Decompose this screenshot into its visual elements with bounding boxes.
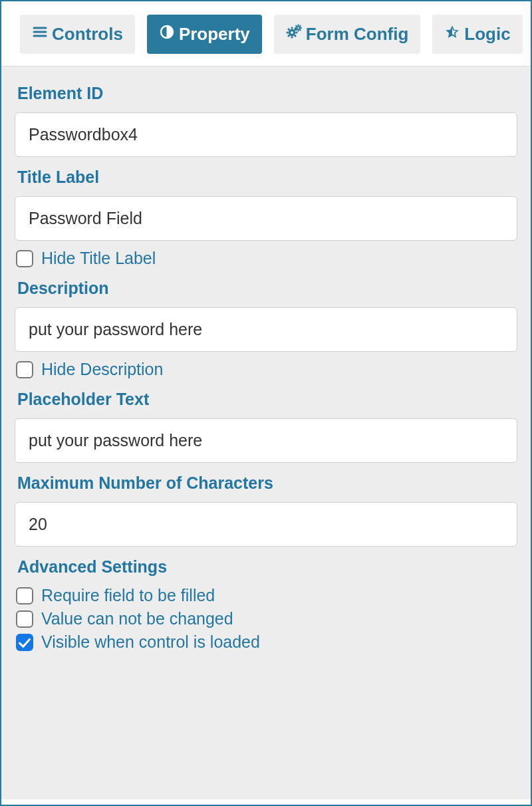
advanced-settings-label: Advanced Settings (17, 557, 515, 577)
svg-rect-7 (286, 32, 288, 34)
hide-description-checkbox[interactable] (16, 361, 33, 378)
max-chars-input[interactable] (15, 502, 517, 547)
tab-form-config[interactable]: Form Config (274, 15, 421, 54)
readonly-checkbox[interactable] (16, 610, 33, 628)
svg-rect-16 (297, 30, 299, 31)
contrast-icon (159, 24, 175, 45)
svg-rect-5 (291, 27, 293, 29)
tab-bar: Controls Property (1, 1, 531, 66)
tab-controls-label: Controls (52, 24, 123, 45)
tab-controls[interactable]: Controls (20, 15, 135, 54)
tab-logic-label: Logic (464, 24, 510, 45)
hide-title-checkbox[interactable] (16, 250, 33, 267)
svg-rect-6 (291, 36, 293, 38)
title-label-input[interactable] (15, 196, 517, 241)
tab-logic[interactable]: Logic (432, 15, 522, 54)
visible-loaded-label[interactable]: Visible when control is loaded (41, 632, 260, 652)
max-chars-label: Maximum Number of Characters (17, 473, 515, 493)
element-id-input[interactable] (15, 112, 517, 157)
svg-point-23 (297, 27, 299, 29)
hide-title-label[interactable]: Hide Title Label (41, 249, 156, 268)
hamburger-icon (32, 24, 48, 45)
visible-loaded-checkbox[interactable] (16, 634, 33, 651)
element-id-label: Element ID (17, 84, 515, 103)
require-filled-label[interactable]: Require field to be filled (41, 586, 215, 605)
gears-icon (286, 24, 302, 45)
placeholder-input[interactable] (15, 418, 517, 463)
require-filled-checkbox[interactable] (16, 587, 33, 604)
tab-form-config-label: Form Config (306, 24, 409, 45)
advanced-settings-list: Require field to be filled Value can not… (15, 586, 517, 652)
description-input[interactable] (15, 307, 517, 352)
readonly-label[interactable]: Value can not be changed (41, 609, 233, 628)
svg-rect-17 (295, 27, 296, 29)
svg-rect-15 (297, 24, 299, 25)
star-icon (444, 24, 460, 45)
tab-property-label: Property (179, 24, 250, 45)
placeholder-text-label: Placeholder Text (17, 390, 515, 409)
svg-point-13 (291, 31, 293, 34)
tab-property[interactable]: Property (147, 15, 262, 54)
description-label: Description (17, 279, 515, 298)
hide-description-label[interactable]: Hide Description (41, 360, 163, 379)
svg-rect-8 (295, 32, 297, 34)
svg-rect-18 (301, 27, 302, 29)
title-label-label: Title Label (17, 168, 515, 187)
property-panel: Controls Property (0, 0, 532, 806)
property-content: Element ID Title Label Hide Title Label … (1, 66, 531, 799)
